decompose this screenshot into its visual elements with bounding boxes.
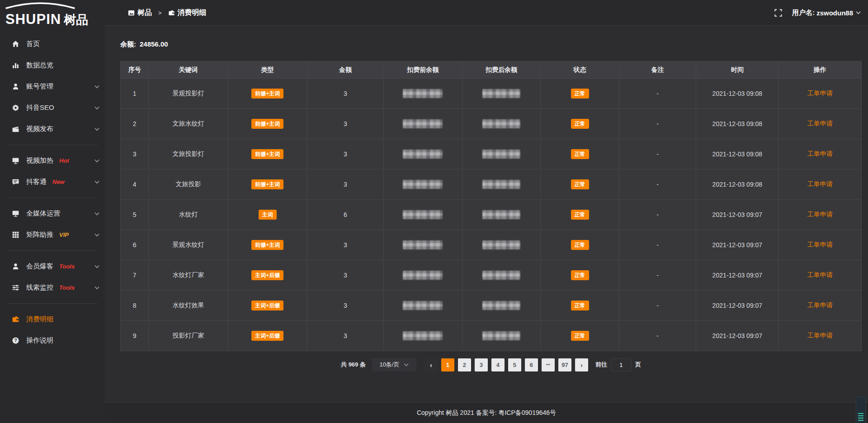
sidebar-item-label: 抖音SEO: [26, 103, 54, 112]
breadcrumb-item[interactable]: 消费明细: [168, 8, 207, 18]
cell-type: 主词+后缀: [228, 291, 307, 321]
question-icon: ?: [12, 337, 19, 344]
cell-action: 工单申请: [778, 321, 862, 351]
ticket-apply-link[interactable]: 工单申请: [807, 180, 833, 188]
sidebar-item-clue-monitor[interactable]: 线索监控Tools: [0, 277, 105, 298]
total-count: 共 969 条: [341, 361, 366, 369]
masked-balance-before: [403, 240, 443, 249]
user-menu[interactable]: 用户名: zswodun88: [792, 9, 861, 17]
home-icon: [12, 40, 19, 48]
column-header: 金额: [307, 61, 384, 79]
cell-type: 前缀+主词: [228, 230, 307, 260]
column-header: 类型: [228, 61, 307, 79]
cell-note: -: [619, 169, 696, 200]
column-header: 状态: [541, 61, 619, 79]
status-badge: 正常: [571, 89, 589, 99]
cell-action: 工单申请: [778, 79, 862, 109]
prev-page-button[interactable]: ‹: [425, 358, 438, 371]
sidebar-item-badge: VIP: [59, 231, 69, 238]
sidebar-item-douyin-seo[interactable]: 抖音SEO: [0, 97, 105, 118]
breadcrumb-item[interactable]: 树品: [128, 8, 152, 18]
masked-balance-before: [403, 89, 443, 98]
cell-status: 正常: [541, 139, 619, 169]
cell-time: 2021-12-03 09:08: [696, 109, 778, 139]
sidebar-item-video-heat[interactable]: 视频加热Hot: [0, 150, 105, 171]
cell-note: -: [619, 109, 696, 139]
cell-keyword: 水纹灯: [149, 200, 228, 230]
sidebar: SHUPIN 树品 首页数据总览账号管理抖音SEO视频发布视频加热Hot抖客通N…: [0, 0, 105, 423]
chevron-down-icon: [94, 159, 99, 163]
masked-balance-before: [403, 301, 443, 310]
sidebar-item-consume-detail[interactable]: 消费明细: [0, 309, 105, 330]
chat-icon: [12, 178, 19, 186]
cell-action: 工单申请: [778, 230, 862, 260]
goto-label: 前往: [595, 361, 607, 369]
page-button-5[interactable]: 5: [508, 358, 521, 371]
fullscreen-icon[interactable]: [774, 9, 782, 17]
cell-time: 2021-12-03 09:07: [696, 321, 778, 351]
ticket-apply-link[interactable]: 工单申请: [807, 241, 833, 248]
sidebar-item-data-overview[interactable]: 数据总览: [0, 55, 105, 76]
sidebar-item-douketong[interactable]: 抖客通New: [0, 171, 105, 193]
chevron-down-icon: [94, 233, 99, 237]
cell-action: 工单申请: [778, 109, 862, 139]
chevron-down-icon: [94, 286, 99, 290]
masked-balance-after: [482, 271, 520, 280]
cell-status: 正常: [541, 291, 619, 321]
page-button-1[interactable]: 1: [441, 358, 454, 371]
sidebar-item-home[interactable]: 首页: [0, 33, 105, 55]
cell-action: 工单申请: [778, 260, 862, 291]
cell-action: 工单申请: [778, 291, 862, 321]
sidebar-item-video-publish[interactable]: 视频发布: [0, 118, 105, 140]
page-button-6[interactable]: 6: [525, 358, 538, 371]
sidebar-item-account-management[interactable]: 账号管理: [0, 76, 105, 97]
cell-status: 正常: [541, 230, 619, 260]
page-button-2[interactable]: 2: [458, 358, 471, 371]
masked-balance-after: [482, 180, 520, 189]
table-body: 1景观投影灯前缀+主词3正常-2021-12-03 09:08工单申请2文旅水纹…: [121, 79, 862, 351]
page-button-3[interactable]: 3: [475, 358, 488, 371]
page-button-97[interactable]: 97: [558, 358, 571, 371]
goto-page-input[interactable]: [611, 358, 632, 371]
gear-icon: [12, 104, 19, 112]
type-badge: 前缀+主词: [251, 179, 283, 189]
sidebar-item-label: 全媒体运营: [26, 209, 60, 218]
chevron-down-icon: [94, 106, 99, 110]
ticket-apply-link[interactable]: 工单申请: [807, 89, 833, 97]
cell-keyword: 水纹灯效果: [149, 291, 228, 321]
page-button-4[interactable]: 4: [491, 358, 505, 371]
page-size-value: 10条/页: [379, 361, 399, 369]
masked-balance-after: [482, 150, 520, 159]
ticket-apply-link[interactable]: 工单申请: [807, 211, 833, 218]
wallet-icon: [12, 315, 19, 323]
cell-type: 前缀+主词: [228, 169, 307, 200]
next-page-button[interactable]: ›: [575, 358, 588, 371]
sidebar-item-matrix-boost[interactable]: 矩阵助推VIP: [0, 224, 105, 245]
ticket-apply-link[interactable]: 工单申请: [807, 120, 833, 127]
cell-action: 工单申请: [778, 200, 862, 230]
chat-widget[interactable]: [856, 397, 866, 423]
sidebar-item-badge: Tools: [59, 284, 75, 291]
logo-text-cn: 树品: [64, 14, 88, 26]
cell-keyword: 景观水纹灯: [149, 230, 228, 260]
sidebar-item-member-baoke[interactable]: 会员爆客Tools: [0, 256, 105, 277]
page-ellipsis-button[interactable]: •••: [542, 358, 555, 371]
ticket-apply-link[interactable]: 工单申请: [807, 150, 833, 157]
breadcrumb-label: 消费明细: [178, 8, 207, 18]
type-badge: 主词+后缀: [251, 301, 283, 310]
sliders-icon: [12, 284, 19, 291]
masked-balance-before: [403, 180, 443, 189]
sidebar-item-all-media-operation[interactable]: 全媒体运营: [0, 203, 105, 224]
ticket-apply-link[interactable]: 工单申请: [807, 301, 833, 309]
column-header: 序号: [121, 61, 149, 79]
sidebar-item-operation-guide[interactable]: ?操作说明: [0, 330, 105, 351]
cell-keyword: 文旅投影灯: [149, 139, 228, 169]
page-size-select[interactable]: 10条/页: [372, 358, 416, 371]
cell-amount: 3: [307, 79, 384, 109]
table-row: 1景观投影灯前缀+主词3正常-2021-12-03 09:08工单申请: [121, 79, 862, 109]
cell-status: 正常: [541, 200, 619, 230]
ticket-apply-link[interactable]: 工单申请: [807, 271, 833, 278]
ticket-apply-link[interactable]: 工单申请: [807, 332, 833, 339]
masked-balance-after: [482, 240, 520, 249]
sidebar-item-label: 视频加热: [26, 156, 53, 165]
